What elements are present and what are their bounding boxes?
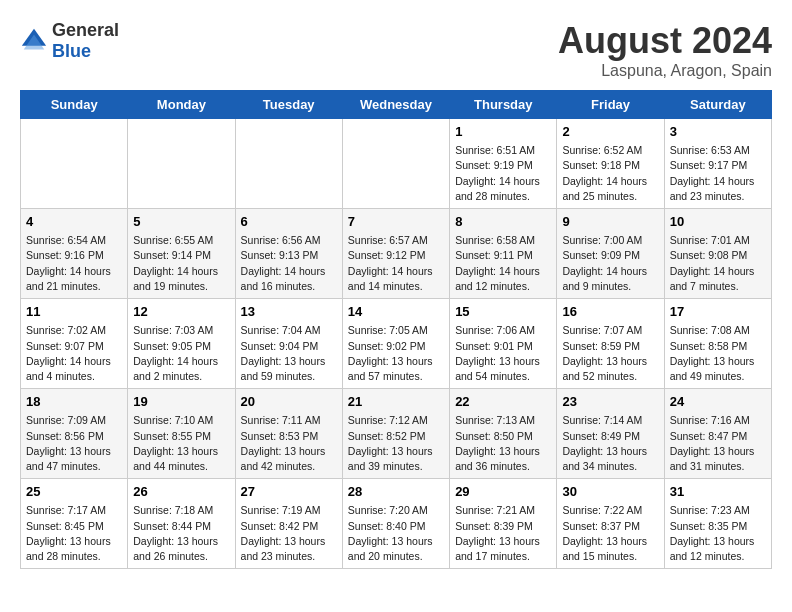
day-info: Sunrise: 6:51 AM Sunset: 9:19 PM Dayligh… — [455, 143, 551, 204]
calendar-cell: 5Sunrise: 6:55 AM Sunset: 9:14 PM Daylig… — [128, 209, 235, 299]
calendar-cell — [342, 119, 449, 209]
calendar-cell — [128, 119, 235, 209]
logo-blue: Blue — [52, 41, 91, 61]
calendar-cell: 7Sunrise: 6:57 AM Sunset: 9:12 PM Daylig… — [342, 209, 449, 299]
logo-text: General Blue — [52, 20, 119, 62]
title-area: August 2024 Laspuna, Aragon, Spain — [558, 20, 772, 80]
day-info: Sunrise: 6:55 AM Sunset: 9:14 PM Dayligh… — [133, 233, 229, 294]
day-info: Sunrise: 7:17 AM Sunset: 8:45 PM Dayligh… — [26, 503, 122, 564]
calendar-cell: 2Sunrise: 6:52 AM Sunset: 9:18 PM Daylig… — [557, 119, 664, 209]
calendar-cell: 11Sunrise: 7:02 AM Sunset: 9:07 PM Dayli… — [21, 299, 128, 389]
day-info: Sunrise: 7:20 AM Sunset: 8:40 PM Dayligh… — [348, 503, 444, 564]
day-number: 11 — [26, 303, 122, 321]
calendar-week-row: 25Sunrise: 7:17 AM Sunset: 8:45 PM Dayli… — [21, 479, 772, 569]
day-number: 26 — [133, 483, 229, 501]
page-header: General Blue August 2024 Laspuna, Aragon… — [20, 20, 772, 80]
weekday-header: Saturday — [664, 91, 771, 119]
calendar-cell: 31Sunrise: 7:23 AM Sunset: 8:35 PM Dayli… — [664, 479, 771, 569]
day-info: Sunrise: 7:23 AM Sunset: 8:35 PM Dayligh… — [670, 503, 766, 564]
day-info: Sunrise: 7:11 AM Sunset: 8:53 PM Dayligh… — [241, 413, 337, 474]
day-info: Sunrise: 7:04 AM Sunset: 9:04 PM Dayligh… — [241, 323, 337, 384]
location: Laspuna, Aragon, Spain — [558, 62, 772, 80]
calendar-cell: 13Sunrise: 7:04 AM Sunset: 9:04 PM Dayli… — [235, 299, 342, 389]
day-number: 1 — [455, 123, 551, 141]
calendar-cell: 22Sunrise: 7:13 AM Sunset: 8:50 PM Dayli… — [450, 389, 557, 479]
day-info: Sunrise: 7:21 AM Sunset: 8:39 PM Dayligh… — [455, 503, 551, 564]
day-info: Sunrise: 7:01 AM Sunset: 9:08 PM Dayligh… — [670, 233, 766, 294]
calendar-cell: 3Sunrise: 6:53 AM Sunset: 9:17 PM Daylig… — [664, 119, 771, 209]
day-number: 12 — [133, 303, 229, 321]
logo: General Blue — [20, 20, 119, 62]
calendar-cell: 12Sunrise: 7:03 AM Sunset: 9:05 PM Dayli… — [128, 299, 235, 389]
calendar-cell: 18Sunrise: 7:09 AM Sunset: 8:56 PM Dayli… — [21, 389, 128, 479]
calendar-week-row: 18Sunrise: 7:09 AM Sunset: 8:56 PM Dayli… — [21, 389, 772, 479]
day-number: 9 — [562, 213, 658, 231]
weekday-header: Sunday — [21, 91, 128, 119]
day-number: 31 — [670, 483, 766, 501]
day-number: 3 — [670, 123, 766, 141]
day-info: Sunrise: 7:19 AM Sunset: 8:42 PM Dayligh… — [241, 503, 337, 564]
calendar-cell: 19Sunrise: 7:10 AM Sunset: 8:55 PM Dayli… — [128, 389, 235, 479]
calendar-cell: 21Sunrise: 7:12 AM Sunset: 8:52 PM Dayli… — [342, 389, 449, 479]
day-number: 17 — [670, 303, 766, 321]
calendar-cell: 29Sunrise: 7:21 AM Sunset: 8:39 PM Dayli… — [450, 479, 557, 569]
calendar-cell — [235, 119, 342, 209]
day-number: 5 — [133, 213, 229, 231]
calendar-cell: 15Sunrise: 7:06 AM Sunset: 9:01 PM Dayli… — [450, 299, 557, 389]
day-number: 7 — [348, 213, 444, 231]
calendar-cell: 8Sunrise: 6:58 AM Sunset: 9:11 PM Daylig… — [450, 209, 557, 299]
day-info: Sunrise: 6:52 AM Sunset: 9:18 PM Dayligh… — [562, 143, 658, 204]
calendar-cell: 30Sunrise: 7:22 AM Sunset: 8:37 PM Dayli… — [557, 479, 664, 569]
calendar-cell: 16Sunrise: 7:07 AM Sunset: 8:59 PM Dayli… — [557, 299, 664, 389]
calendar-cell: 24Sunrise: 7:16 AM Sunset: 8:47 PM Dayli… — [664, 389, 771, 479]
day-number: 8 — [455, 213, 551, 231]
month-year: August 2024 — [558, 20, 772, 62]
day-info: Sunrise: 7:22 AM Sunset: 8:37 PM Dayligh… — [562, 503, 658, 564]
day-info: Sunrise: 7:00 AM Sunset: 9:09 PM Dayligh… — [562, 233, 658, 294]
day-info: Sunrise: 7:06 AM Sunset: 9:01 PM Dayligh… — [455, 323, 551, 384]
calendar-cell: 4Sunrise: 6:54 AM Sunset: 9:16 PM Daylig… — [21, 209, 128, 299]
day-number: 23 — [562, 393, 658, 411]
weekday-header: Thursday — [450, 91, 557, 119]
weekday-header: Wednesday — [342, 91, 449, 119]
calendar-cell: 1Sunrise: 6:51 AM Sunset: 9:19 PM Daylig… — [450, 119, 557, 209]
day-info: Sunrise: 7:10 AM Sunset: 8:55 PM Dayligh… — [133, 413, 229, 474]
calendar-week-row: 1Sunrise: 6:51 AM Sunset: 9:19 PM Daylig… — [21, 119, 772, 209]
weekday-header: Monday — [128, 91, 235, 119]
day-number: 27 — [241, 483, 337, 501]
weekday-header-row: SundayMondayTuesdayWednesdayThursdayFrid… — [21, 91, 772, 119]
weekday-header: Tuesday — [235, 91, 342, 119]
calendar-cell: 26Sunrise: 7:18 AM Sunset: 8:44 PM Dayli… — [128, 479, 235, 569]
calendar-cell: 6Sunrise: 6:56 AM Sunset: 9:13 PM Daylig… — [235, 209, 342, 299]
day-info: Sunrise: 7:18 AM Sunset: 8:44 PM Dayligh… — [133, 503, 229, 564]
day-info: Sunrise: 7:02 AM Sunset: 9:07 PM Dayligh… — [26, 323, 122, 384]
day-number: 18 — [26, 393, 122, 411]
calendar-cell: 25Sunrise: 7:17 AM Sunset: 8:45 PM Dayli… — [21, 479, 128, 569]
calendar-cell: 9Sunrise: 7:00 AM Sunset: 9:09 PM Daylig… — [557, 209, 664, 299]
day-info: Sunrise: 7:13 AM Sunset: 8:50 PM Dayligh… — [455, 413, 551, 474]
day-number: 20 — [241, 393, 337, 411]
day-info: Sunrise: 7:16 AM Sunset: 8:47 PM Dayligh… — [670, 413, 766, 474]
calendar-cell — [21, 119, 128, 209]
day-info: Sunrise: 7:05 AM Sunset: 9:02 PM Dayligh… — [348, 323, 444, 384]
day-number: 16 — [562, 303, 658, 321]
day-number: 4 — [26, 213, 122, 231]
day-info: Sunrise: 7:14 AM Sunset: 8:49 PM Dayligh… — [562, 413, 658, 474]
logo-icon — [20, 27, 48, 55]
calendar-cell: 27Sunrise: 7:19 AM Sunset: 8:42 PM Dayli… — [235, 479, 342, 569]
day-number: 6 — [241, 213, 337, 231]
weekday-header: Friday — [557, 91, 664, 119]
logo-general: General — [52, 20, 119, 40]
day-number: 13 — [241, 303, 337, 321]
day-number: 21 — [348, 393, 444, 411]
day-info: Sunrise: 6:58 AM Sunset: 9:11 PM Dayligh… — [455, 233, 551, 294]
day-number: 30 — [562, 483, 658, 501]
day-info: Sunrise: 6:54 AM Sunset: 9:16 PM Dayligh… — [26, 233, 122, 294]
day-info: Sunrise: 7:08 AM Sunset: 8:58 PM Dayligh… — [670, 323, 766, 384]
day-info: Sunrise: 7:09 AM Sunset: 8:56 PM Dayligh… — [26, 413, 122, 474]
day-number: 29 — [455, 483, 551, 501]
calendar-cell: 23Sunrise: 7:14 AM Sunset: 8:49 PM Dayli… — [557, 389, 664, 479]
day-number: 22 — [455, 393, 551, 411]
day-number: 28 — [348, 483, 444, 501]
calendar-table: SundayMondayTuesdayWednesdayThursdayFrid… — [20, 90, 772, 569]
